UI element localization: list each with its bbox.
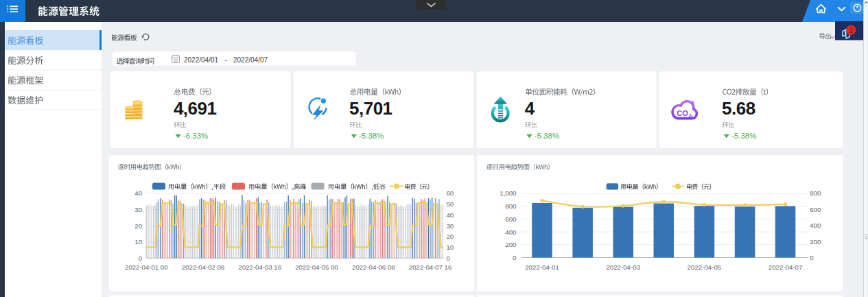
svg-text:10: 10 [447, 243, 454, 251]
svg-text:1,000: 1,000 [500, 189, 517, 197]
svg-text:800: 800 [810, 189, 821, 197]
svg-text:800: 800 [505, 202, 517, 210]
svg-text:200: 200 [505, 241, 517, 248]
svg-text:0: 0 [139, 254, 142, 262]
svg-text:0: 0 [447, 254, 450, 262]
svg-text:40: 40 [134, 189, 142, 197]
svg-text:2022-04-05: 2022-04-05 [688, 263, 722, 271]
svg-text:-5.38%: -5.38% [359, 132, 384, 140]
svg-text:2022-04-03: 2022-04-03 [606, 263, 640, 271]
svg-text:50: 50 [447, 200, 454, 208]
svg-text:5,701: 5,701 [349, 98, 392, 119]
svg-text:2022-04-07: 2022-04-07 [769, 263, 803, 271]
svg-text:30: 30 [134, 206, 142, 213]
svg-text:40: 40 [447, 211, 454, 219]
svg-text:-5.38%: -5.38% [731, 132, 756, 140]
svg-text:2022-04-01: 2022-04-01 [525, 263, 559, 271]
svg-text:400: 400 [505, 228, 517, 236]
svg-text:2022/04/07: 2022/04/07 [233, 56, 268, 64]
svg-text:2022-04-03 16: 2022-04-03 16 [239, 263, 281, 271]
svg-text:20: 20 [134, 222, 142, 230]
svg-text:2022-04-02 08: 2022-04-02 08 [182, 263, 224, 271]
svg-text:-: - [225, 56, 227, 64]
svg-text:4: 4 [525, 98, 535, 119]
svg-text:400: 400 [810, 222, 821, 229]
svg-text:600: 600 [810, 206, 821, 213]
svg-text:60: 60 [447, 189, 454, 197]
svg-text:2022-04-05 00: 2022-04-05 00 [295, 263, 338, 271]
svg-text:5.68: 5.68 [722, 98, 755, 119]
svg-text:0: 0 [513, 254, 517, 261]
svg-text:2022-04-06 08: 2022-04-06 08 [352, 263, 395, 271]
svg-text:600: 600 [505, 215, 517, 223]
svg-text:20: 20 [447, 233, 454, 240]
svg-text:200: 200 [810, 238, 821, 246]
svg-text:-5.38%: -5.38% [535, 132, 559, 140]
svg-text:2022/04/01: 2022/04/01 [184, 56, 218, 64]
svg-text:2: 2 [689, 112, 692, 119]
svg-text:10: 10 [134, 238, 142, 246]
svg-text:0: 0 [810, 254, 814, 261]
svg-text:CO: CO [677, 109, 688, 117]
svg-text:2022-04-07 16: 2022-04-07 16 [409, 263, 451, 271]
svg-text:4,691: 4,691 [174, 98, 217, 119]
svg-text:30: 30 [447, 222, 454, 230]
svg-text:-6.33%: -6.33% [183, 132, 208, 140]
svg-text:2: 2 [849, 26, 853, 34]
svg-text:2022-04-01 00: 2022-04-01 00 [125, 263, 167, 271]
